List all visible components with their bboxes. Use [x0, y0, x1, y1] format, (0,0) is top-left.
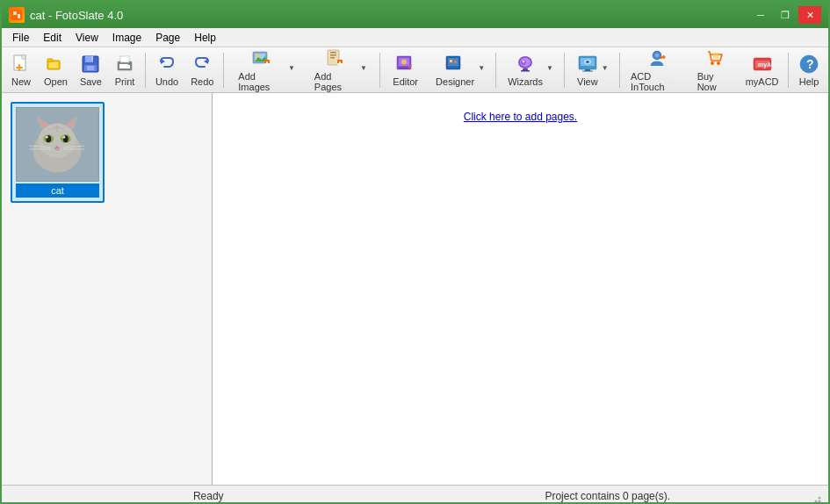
myacd-icon: myACD: [752, 54, 773, 75]
menu-view[interactable]: View: [69, 30, 105, 46]
svg-rect-1: [13, 11, 17, 15]
svg-text:?: ?: [806, 57, 814, 71]
menu-page[interactable]: Page: [148, 30, 187, 46]
view-arrow[interactable]: ▼: [602, 64, 610, 76]
status-pages: Project contains 0 page(s).: [408, 490, 808, 502]
wizards-arrow[interactable]: ▼: [546, 64, 555, 76]
wizards-label: Wizards: [508, 76, 543, 87]
svg-marker-20: [161, 59, 165, 64]
svg-text:myACD: myACD: [758, 61, 773, 68]
open-icon: [45, 54, 66, 75]
open-button[interactable]: Open: [39, 50, 73, 90]
myacd-button[interactable]: myACD myACD: [740, 50, 783, 90]
minimize-button[interactable]: ─: [749, 6, 772, 24]
svg-marker-21: [204, 59, 208, 64]
help-button[interactable]: ? Help: [793, 50, 825, 90]
acd-intouch-button[interactable]: ACD InTouch: [624, 50, 689, 90]
svg-rect-7: [18, 64, 20, 71]
image-thumbnail[interactable]: cat: [11, 102, 105, 203]
wizards-icon: [515, 54, 536, 75]
add-images-button[interactable]: Add Images ▼: [228, 50, 303, 90]
add-images-arrow[interactable]: ▼: [288, 64, 297, 76]
close-button[interactable]: ✕: [798, 6, 821, 24]
new-button[interactable]: New: [5, 50, 37, 90]
add-pages-arrow[interactable]: ▼: [360, 64, 369, 76]
add-images-label: Add Images: [238, 71, 285, 92]
main-area: cat Click here to add pages.: [2, 93, 828, 485]
svg-point-89: [819, 496, 821, 499]
restore-button[interactable]: ❐: [774, 6, 797, 24]
menu-edit[interactable]: Edit: [36, 30, 69, 46]
svg-rect-5: [22, 55, 25, 59]
svg-rect-35: [337, 63, 343, 65]
save-icon: [80, 54, 101, 75]
separator-1: [145, 53, 146, 88]
undo-button[interactable]: Undo: [150, 50, 184, 90]
svg-rect-13: [91, 56, 93, 61]
svg-rect-9: [47, 59, 53, 61]
designer-label: Designer: [436, 76, 474, 87]
buy-now-button[interactable]: Buy Now: [691, 50, 740, 90]
svg-rect-46: [455, 66, 458, 68]
svg-rect-10: [49, 62, 58, 68]
left-panel: cat: [2, 93, 213, 485]
help-icon: ?: [798, 54, 819, 75]
svg-point-55: [586, 61, 589, 63]
svg-rect-17: [119, 64, 130, 68]
svg-rect-18: [120, 56, 129, 62]
menu-help[interactable]: Help: [187, 30, 223, 46]
svg-rect-31: [330, 54, 336, 56]
save-button[interactable]: Save: [75, 50, 107, 90]
separator-6: [619, 53, 620, 88]
myacd-label: myACD: [746, 76, 779, 87]
menu-bar: File Edit View Image Page Help: [2, 28, 828, 47]
wizards-button[interactable]: Wizards ▼: [501, 50, 559, 90]
svg-rect-57: [582, 70, 593, 71]
editor-button[interactable]: Editor: [385, 50, 427, 90]
menu-image[interactable]: Image: [105, 30, 148, 46]
svg-rect-42: [448, 58, 458, 66]
window-controls: ─ ❐ ✕: [749, 6, 821, 24]
title-text: cat - FotoSlate 4.0: [30, 9, 123, 22]
add-pages-link[interactable]: Click here to add pages.: [464, 111, 577, 123]
title-left: cat - FotoSlate 4.0: [9, 7, 123, 23]
help-label: Help: [799, 76, 819, 87]
svg-point-80: [62, 136, 65, 139]
undo-label: Undo: [155, 76, 178, 87]
buy-now-label: Buy Now: [697, 71, 733, 92]
svg-rect-28: [264, 63, 270, 65]
svg-rect-19: [128, 63, 130, 65]
image-label: cat: [16, 184, 99, 198]
add-images-icon: [251, 48, 272, 69]
new-label: New: [11, 76, 31, 87]
save-label: Save: [80, 76, 102, 87]
redo-button[interactable]: Redo: [185, 50, 219, 90]
separator-2: [223, 53, 224, 88]
view-icon: [577, 54, 598, 75]
toolbar: New Open Save: [2, 47, 828, 93]
status-grip: [807, 489, 821, 503]
add-pages-button[interactable]: Add Pages ▼: [305, 50, 375, 90]
svg-point-60: [711, 61, 714, 65]
status-bar: Ready Project contains 0 page(s).: [2, 485, 828, 504]
svg-rect-2: [18, 14, 20, 18]
acd-intouch-icon: [646, 48, 668, 69]
print-label: Print: [115, 76, 135, 87]
svg-point-59: [654, 53, 659, 57]
svg-rect-43: [450, 60, 452, 62]
designer-arrow[interactable]: ▼: [478, 64, 487, 76]
svg-rect-62: [713, 53, 718, 59]
menu-file[interactable]: File: [5, 30, 36, 46]
separator-3: [379, 53, 380, 88]
designer-button[interactable]: Designer ▼: [429, 50, 491, 90]
print-button[interactable]: Print: [109, 50, 141, 90]
print-icon: [114, 54, 135, 75]
editor-icon: [395, 54, 416, 75]
separator-5: [564, 53, 565, 88]
svg-rect-39: [399, 68, 409, 68]
acd-intouch-label: ACD InTouch: [631, 71, 683, 92]
right-panel: Click here to add pages.: [213, 93, 828, 485]
view-button[interactable]: View ▼: [569, 50, 616, 90]
add-pages-label: Add Pages: [314, 71, 357, 92]
svg-point-49: [523, 60, 525, 62]
